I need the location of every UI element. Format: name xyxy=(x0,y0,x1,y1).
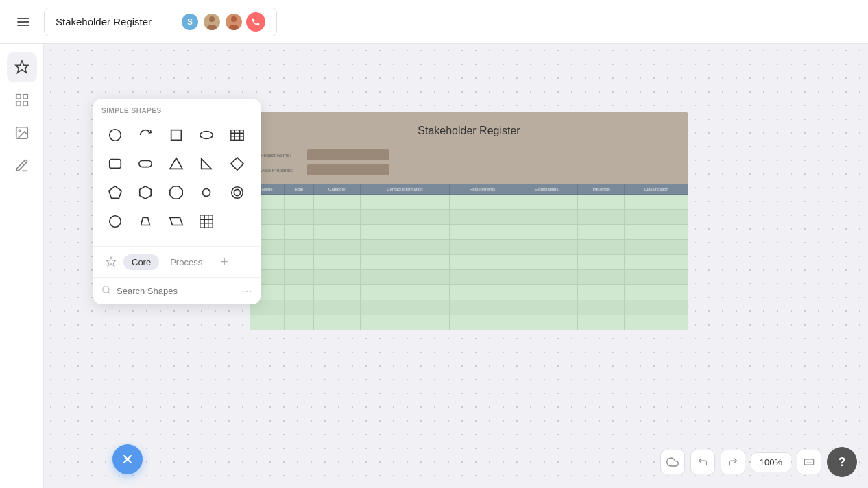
tab-process[interactable]: Process xyxy=(162,254,210,270)
shape-pill[interactable] xyxy=(132,150,159,178)
avatar-s: S xyxy=(180,12,200,32)
title-box: Stakeholder Register S xyxy=(44,8,277,36)
table-row xyxy=(250,285,688,300)
meta-row-project: Project Name: xyxy=(261,149,677,160)
shape-table-grid[interactable] xyxy=(224,121,251,149)
svg-point-3 xyxy=(209,16,215,22)
menu-button[interactable] xyxy=(11,10,36,34)
svg-rect-9 xyxy=(23,95,27,99)
stakeholder-table: Name Role Category Contact Information R… xyxy=(250,184,688,330)
svg-rect-23 xyxy=(139,160,152,167)
svg-point-32 xyxy=(234,189,240,195)
col-category: Category xyxy=(313,184,361,195)
shape-parallelogram[interactable] xyxy=(162,208,190,235)
frame-tool-button[interactable] xyxy=(7,85,37,115)
svg-marker-7 xyxy=(15,61,27,73)
avatar-2 xyxy=(224,12,243,32)
diagram-title: Stakeholder Register xyxy=(250,112,688,147)
diagram-meta: Project Name: Date Prepared: xyxy=(250,147,688,184)
svg-marker-27 xyxy=(109,186,121,198)
svg-rect-22 xyxy=(110,160,121,169)
svg-point-13 xyxy=(19,130,21,132)
svg-rect-46 xyxy=(804,459,813,465)
shape-trapezoid[interactable] xyxy=(132,208,159,235)
more-options-icon[interactable]: ⋯ xyxy=(241,284,252,297)
col-role: Role xyxy=(285,184,313,195)
svg-rect-11 xyxy=(23,101,27,106)
simple-shapes-label: SIMPLE SHAPES xyxy=(101,107,252,114)
help-button[interactable]: ? xyxy=(827,447,857,477)
meta-date-label: Date Prepared: xyxy=(261,168,302,173)
draw-tool-button[interactable] xyxy=(7,151,37,181)
svg-point-5 xyxy=(231,16,237,22)
shape-hexagon[interactable] xyxy=(132,179,159,206)
keyboard-shortcut-button[interactable] xyxy=(797,450,821,474)
col-requirements: Requirements xyxy=(449,184,516,195)
svg-point-42 xyxy=(103,286,109,293)
call-button[interactable] xyxy=(246,12,265,32)
table-row xyxy=(250,240,688,255)
shape-pentagon[interactable] xyxy=(101,179,129,206)
shape-square[interactable] xyxy=(162,121,190,149)
shape-diamond[interactable] xyxy=(224,150,251,178)
shapes-content: SIMPLE SHAPES xyxy=(93,99,261,246)
svg-marker-29 xyxy=(170,186,182,199)
col-influence: Influence xyxy=(577,184,625,195)
fab-close-button[interactable] xyxy=(112,444,143,474)
search-icon xyxy=(101,285,111,297)
shape-ellipse[interactable] xyxy=(193,121,220,149)
shape-right-triangle[interactable] xyxy=(193,150,220,178)
left-sidebar xyxy=(0,44,44,488)
image-tool-button[interactable] xyxy=(7,118,37,148)
table-row xyxy=(250,270,688,285)
svg-point-6 xyxy=(229,25,239,30)
document-title: Stakeholder Register xyxy=(56,16,172,27)
shape-refresh[interactable] xyxy=(132,121,159,149)
svg-marker-34 xyxy=(141,218,150,225)
shape-circle-outline[interactable] xyxy=(224,179,251,206)
shape-circle-sm[interactable] xyxy=(193,179,220,206)
meta-project-value xyxy=(307,149,389,160)
meta-project-label: Project Name: xyxy=(261,153,302,158)
avatar-1 xyxy=(202,12,221,32)
table-row xyxy=(250,210,688,225)
tab-add-button[interactable]: + xyxy=(215,252,234,271)
shapes-tool-button[interactable] xyxy=(7,52,37,82)
svg-point-4 xyxy=(207,25,217,30)
shape-octagon[interactable] xyxy=(162,179,190,206)
svg-point-30 xyxy=(203,189,210,197)
table-row xyxy=(250,225,688,240)
svg-point-33 xyxy=(110,216,121,228)
table-row xyxy=(250,255,688,270)
svg-marker-35 xyxy=(170,218,182,225)
shape-circle-ring[interactable] xyxy=(101,208,129,235)
svg-point-16 xyxy=(200,132,213,139)
shape-circle[interactable] xyxy=(101,121,129,149)
redo-button[interactable] xyxy=(721,450,745,474)
shape-triangle[interactable] xyxy=(162,150,190,178)
svg-rect-8 xyxy=(16,95,20,99)
svg-rect-15 xyxy=(171,130,181,141)
bottom-controls: 100% ? xyxy=(660,447,857,477)
svg-rect-36 xyxy=(200,215,213,228)
topbar: Stakeholder Register S xyxy=(0,0,868,44)
shape-rounded-rect[interactable] xyxy=(101,150,129,178)
shape-grid[interactable] xyxy=(193,208,220,235)
undo-button[interactable] xyxy=(690,450,715,474)
cloud-save-button[interactable] xyxy=(660,450,685,474)
search-input[interactable] xyxy=(117,286,236,296)
table-row xyxy=(250,315,688,330)
svg-point-14 xyxy=(110,130,121,141)
svg-marker-41 xyxy=(106,257,115,266)
svg-marker-28 xyxy=(140,186,152,199)
svg-rect-17 xyxy=(230,130,243,141)
tab-icon-shapes[interactable] xyxy=(101,252,121,271)
svg-marker-25 xyxy=(202,159,212,169)
table-row xyxy=(250,300,688,315)
search-bar: ⋯ xyxy=(93,277,261,304)
tab-core[interactable]: Core xyxy=(123,254,159,270)
svg-marker-24 xyxy=(170,158,182,169)
svg-marker-26 xyxy=(230,158,243,170)
canvas-area[interactable]: Stakeholder Register Project Name: Date … xyxy=(44,44,868,488)
shapes-panel: SIMPLE SHAPES xyxy=(93,99,261,304)
